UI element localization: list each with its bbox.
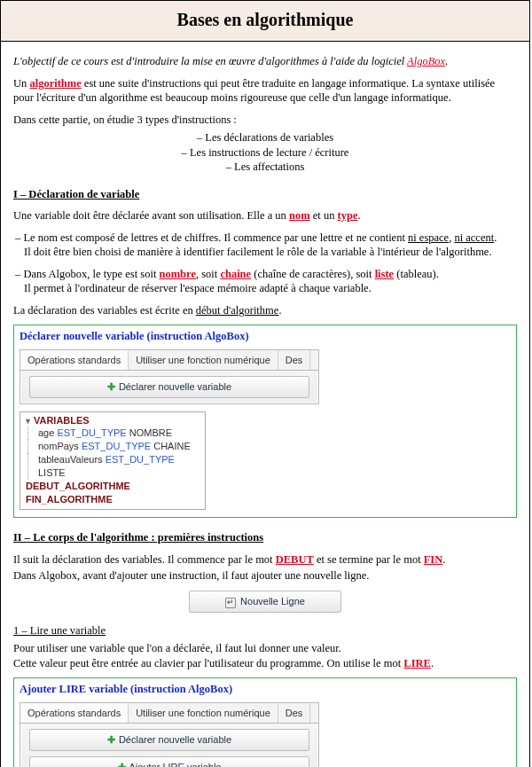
section-1-head: I – Déclaration de variable (13, 187, 517, 202)
title-band: Bases en algorithmique (1, 1, 529, 42)
s2-p2: Dans Algobox, avant d'ajouter une instru… (13, 568, 517, 583)
tab-des[interactable]: Des (278, 703, 311, 724)
plus-icon: ✚ (118, 762, 126, 767)
plus-icon: ✚ (107, 381, 115, 392)
s2-1-p1: Pour utiliser une variable que l'on a dé… (13, 641, 517, 656)
s1-item2: – Dans Algobox, le type est soit nombre,… (13, 267, 517, 296)
tab-standards[interactable]: Opérations standards (20, 350, 129, 371)
s2-1-p2: Cette valeur peut être entrée au clavier… (13, 656, 517, 671)
intro-p3: Dans cette partie, on étudie 3 types d'i… (13, 113, 517, 128)
greenbox-lire: Ajouter LIRE variable (instruction AlgoB… (13, 677, 517, 767)
section-2-1-head: 1 – Lire une variable (13, 623, 517, 638)
tab-fonction-numerique[interactable]: Utiliser une fonction numérique (129, 350, 278, 371)
return-icon: ↵ (225, 598, 236, 608)
s1-line1: Une variable doit être déclarée avant so… (13, 208, 517, 223)
s1-item1: – Le nom est composé de lettres et de ch… (13, 231, 517, 260)
kw-fin: FIN (424, 553, 443, 566)
intro-objective: L'objectif de ce cours est d'introduire … (13, 54, 517, 69)
btn-ajouter-lire[interactable]: ✚Ajouter LIRE variable (29, 756, 309, 767)
s1-line3: La déclaration des variables est écrite … (13, 303, 517, 318)
kw-chaine: chaine (220, 268, 251, 280)
greenbox-declarer: Déclarer nouvelle variable (instruction … (13, 325, 517, 518)
intro-p2: Un algorithme est une suite d'instructio… (13, 76, 517, 106)
algobox-panel: Opérations standards Utiliser une foncti… (20, 702, 319, 767)
btn-nouvelle-ligne[interactable]: ↵Nouvelle Ligne (189, 591, 341, 613)
section-2-head: II – Le corps de l'algorithme : première… (13, 530, 517, 545)
tabs: Opérations standards Utiliser une foncti… (20, 350, 318, 372)
page-title: Bases en algorithmique (1, 10, 529, 30)
plus-icon: ✚ (107, 734, 115, 745)
intro-bullets: – Les déclarations de variables – Les in… (13, 130, 517, 175)
algobox-panel: Opérations standards Utiliser une foncti… (20, 349, 319, 404)
kw-nombre: nombre (160, 268, 196, 280)
kw-type: type (338, 209, 358, 222)
triangle-icon: ▼ (24, 417, 32, 426)
tabs: Opérations standards Utiliser une foncti… (20, 703, 318, 724)
btn-declarer-variable[interactable]: ✚Déclarer nouvelle variable (29, 729, 309, 751)
tab-fonction-numerique[interactable]: Utiliser une fonction numérique (129, 703, 278, 724)
code-tree: ▼VARIABLES age EST_DU_TYPE NOMBRE nomPay… (20, 411, 206, 511)
greenbox-title: Ajouter LIRE variable (instruction AlgoB… (20, 682, 511, 697)
tab-standards[interactable]: Opérations standards (20, 703, 129, 724)
document-page: Bases en algorithmique L'objectif de ce … (0, 0, 530, 767)
kw-nom: nom (289, 209, 310, 222)
kw-algobox: AlgoBox (407, 55, 445, 67)
tab-des[interactable]: Des (278, 350, 311, 371)
document-body: L'objectif de ce cours est d'introduire … (1, 42, 529, 767)
greenbox-title: Déclarer nouvelle variable (instruction … (20, 329, 511, 344)
s2-p1: Il suit la déclaration des variables. Il… (13, 552, 517, 567)
kw-liste: liste (375, 268, 395, 280)
btn-declarer-variable[interactable]: ✚Déclarer nouvelle variable (29, 376, 309, 398)
kw-lire: LIRE (403, 657, 431, 669)
kw-algorithme: algorithme (29, 77, 81, 90)
kw-debut: DEBUT (276, 553, 314, 566)
